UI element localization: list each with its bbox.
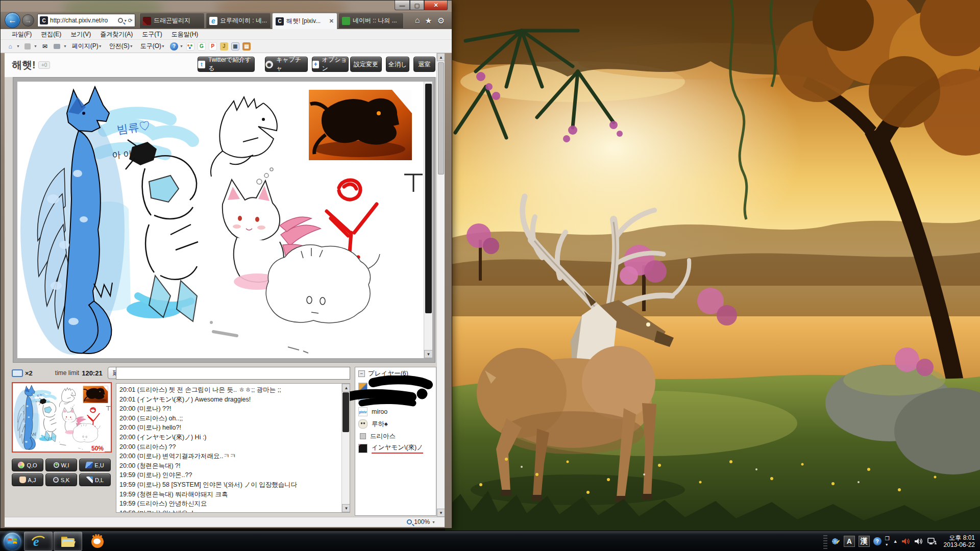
- print-icon[interactable]: [53, 42, 62, 51]
- clock-time: 오후 8:01: [944, 534, 975, 541]
- tab-dragon-village[interactable]: 드래곤빌리지: [139, 13, 205, 28]
- chat-scrollbar-thumb[interactable]: [342, 392, 349, 432]
- zoom-in-icon: [54, 462, 59, 468]
- start-button[interactable]: [1, 532, 23, 551]
- tool-button-w-i[interactable]: W,I: [45, 459, 77, 471]
- player-row[interactable]: [358, 393, 433, 406]
- rss-feed-icon[interactable]: [23, 42, 32, 51]
- search-icon[interactable]: [118, 18, 123, 23]
- response-badge[interactable]: +0: [38, 61, 50, 69]
- collapse-icon[interactable]: −: [358, 370, 365, 377]
- maximize-button[interactable]: ▢: [410, 1, 424, 10]
- chat-scrollbar[interactable]: ▲ ▼: [341, 384, 350, 512]
- addon-icon[interactable]: [186, 42, 194, 51]
- speaker-icon[interactable]: [914, 537, 923, 545]
- hidden-icons-chevron[interactable]: ▲: [893, 539, 898, 544]
- player-row[interactable]: 루하♠: [358, 418, 433, 430]
- twitter-share-button[interactable]: t Twitterで紹介する: [198, 57, 255, 72]
- tool-button-d-l[interactable]: D,L: [79, 473, 111, 486]
- taskbar-explorer-button[interactable]: [54, 532, 82, 551]
- ime-hanja-button[interactable]: 漢: [859, 536, 870, 547]
- addon-icon[interactable]: P: [209, 42, 217, 51]
- player-name: 루하♠: [372, 420, 388, 429]
- taskbar-ie-button[interactable]: e: [24, 532, 53, 551]
- scroll-down-icon[interactable]: ▼: [424, 350, 433, 358]
- exit-room-button[interactable]: 退室: [413, 57, 435, 72]
- menu-item[interactable]: 편집(E): [37, 29, 65, 40]
- safety-menu-button[interactable]: 안전(S)▼: [107, 41, 135, 52]
- menu-item[interactable]: 보기(V): [66, 29, 95, 40]
- browser-zoom-control[interactable]: 100% ▼: [407, 518, 435, 525]
- network-icon[interactable]: [927, 537, 937, 545]
- url-text[interactable]: http://chat.pixiv.net/ro: [50, 17, 116, 24]
- chat-message-input[interactable]: [116, 367, 350, 380]
- dropdown-caret-icon[interactable]: ▾: [125, 18, 127, 23]
- tab-yorureihi[interactable]: e 요루레이히 : 네...: [206, 13, 271, 28]
- zoom-level: 100%: [414, 518, 430, 525]
- chat-message: 19:59 (미로나) 인야몬..??: [119, 470, 340, 480]
- tab-pixiv-chat-active[interactable]: C 해햇! [pixiv... ✕: [272, 13, 337, 29]
- taskbar: e A 漢 ?: [0, 531, 980, 551]
- menu-item[interactable]: 즐겨찾기(A): [96, 29, 137, 40]
- tool-button-q-o[interactable]: Q,O: [12, 459, 43, 471]
- settings-change-button[interactable]: 設定変更: [350, 57, 382, 72]
- drawing-canvas[interactable]: [17, 82, 424, 358]
- canvas-thumbnail[interactable]: [12, 382, 112, 453]
- help-tray-icon[interactable]: ?: [873, 537, 881, 545]
- favorites-star-icon[interactable]: ★: [425, 16, 432, 26]
- volume-mixer-icon[interactable]: [901, 537, 911, 545]
- chat-message: 20:00 (드리아스) oh..;;: [119, 414, 340, 423]
- page-menu-button[interactable]: 페이지(P)▼: [70, 41, 104, 52]
- page-scrollbar[interactable]: ▲ ▼: [436, 53, 445, 517]
- ime-korean-button[interactable]: A: [844, 536, 855, 547]
- chat-message: 19:59 (미로나) 안냐세요~!: [119, 509, 340, 513]
- back-button[interactable]: ←: [5, 12, 20, 28]
- forward-button[interactable]: →: [22, 14, 34, 27]
- window-switch-icon[interactable]: ❐▼: [885, 536, 890, 547]
- tool-button-a-j[interactable]: A,J: [12, 473, 43, 486]
- home-icon[interactable]: ⌂: [6, 42, 15, 51]
- player-row[interactable]: 드리아스: [358, 430, 433, 442]
- taskbar-clock[interactable]: 오후 8:01 2013-06-22: [944, 534, 975, 548]
- options-button[interactable]: + オプション: [312, 57, 349, 72]
- system-tray: A 漢 ? ❐▼ ▲ 오후 8:01 2013-06-22: [823, 531, 980, 551]
- clear-all-button[interactable]: 全消し: [386, 57, 409, 72]
- tab-naver[interactable]: 네이버 :: 나의 ...: [338, 13, 404, 28]
- scroll-down-icon[interactable]: ▼: [437, 509, 445, 517]
- title-bar[interactable]: — ▢ ✕: [1, 1, 452, 12]
- language-globe-icon[interactable]: [831, 537, 840, 546]
- player-list-header: プレイヤー(6): [368, 369, 408, 378]
- addon-icon[interactable]: ▤: [242, 42, 251, 51]
- capture-button[interactable]: ◉ キャプチャ: [265, 57, 308, 72]
- player-row[interactable]: pixivmiroo: [358, 406, 433, 418]
- menu-item[interactable]: 도움말(H): [167, 29, 203, 40]
- page-scrollbar-thumb[interactable]: [438, 62, 444, 174]
- dragon-favicon: [143, 17, 151, 25]
- refresh-icon[interactable]: ⟳: [128, 17, 133, 24]
- email-icon[interactable]: ✉: [40, 42, 50, 51]
- tool-button-s-k[interactable]: S,K: [45, 473, 77, 486]
- scroll-down-icon[interactable]: ▼: [342, 504, 350, 512]
- menu-item[interactable]: 파일(F): [8, 29, 36, 40]
- address-bar[interactable]: C http://chat.pixiv.net/ro ▾ ⟳: [37, 14, 135, 27]
- canvas-scrollbar[interactable]: ▼: [424, 82, 432, 358]
- taskbar-gom-player-button[interactable]: [83, 532, 112, 551]
- scroll-up-icon[interactable]: ▲: [342, 384, 350, 392]
- menu-item[interactable]: 도구(T): [138, 29, 166, 40]
- addon-icon[interactable]: G: [198, 42, 206, 51]
- scroll-up-icon[interactable]: ▲: [437, 53, 445, 61]
- addon-icon[interactable]: J: [220, 42, 228, 51]
- minimize-button[interactable]: —: [395, 1, 410, 10]
- canvas-scrollbar-thumb[interactable]: [425, 84, 432, 313]
- chat-message: 20:00 (インヤモン\(來)ノ) Hi :): [119, 433, 340, 442]
- home-icon[interactable]: ⌂: [415, 16, 420, 26]
- close-button[interactable]: ✕: [424, 1, 448, 10]
- player-row[interactable]: [358, 381, 433, 393]
- tool-button-e-u[interactable]: E,U: [79, 459, 111, 471]
- player-row[interactable]: インヤモン\(來)ノ: [358, 442, 433, 455]
- addon-icon[interactable]: ▦: [231, 42, 239, 51]
- tools-menu-button[interactable]: 도구(O)▼: [138, 41, 167, 52]
- settings-gear-icon[interactable]: ⚙: [437, 16, 445, 26]
- help-icon[interactable]: ?: [170, 42, 178, 51]
- tab-close-icon[interactable]: ✕: [329, 18, 334, 24]
